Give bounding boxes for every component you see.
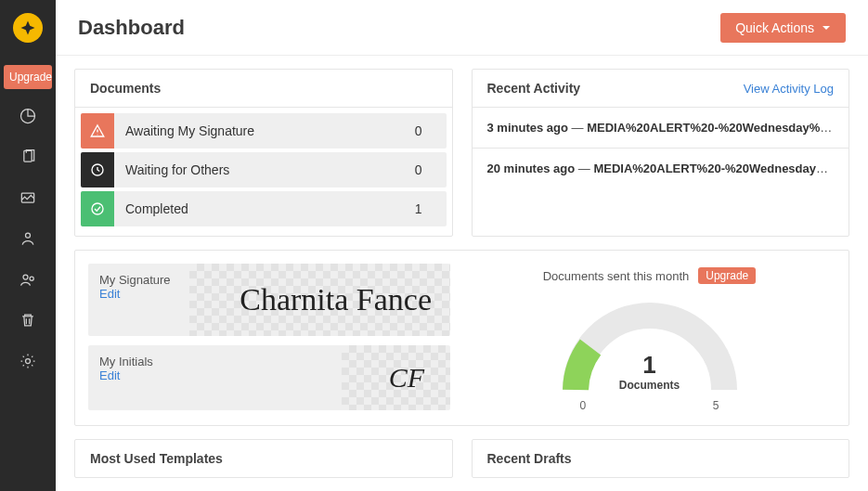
activity-time: 3 minutes ago: [487, 121, 568, 135]
templates-panel: Most Used Templates: [74, 439, 453, 478]
activity-item[interactable]: 3 minutes ago — MEDIA%20ALERT%20-%20Wedn…: [473, 108, 849, 149]
logo[interactable]: [0, 0, 56, 56]
doc-item-waiting[interactable]: Waiting for Others 0: [81, 152, 447, 187]
initials-text: CF: [389, 362, 424, 394]
svg-point-2: [26, 233, 31, 238]
documents-icon[interactable]: [18, 147, 38, 167]
gauge-chart: 1 Documents: [557, 297, 743, 399]
clock-icon: [81, 152, 114, 187]
quick-actions-label: Quick Actions: [735, 20, 814, 35]
image-icon[interactable]: [18, 187, 38, 208]
templates-panel-title: Most Used Templates: [75, 440, 452, 477]
compass-icon: [13, 13, 43, 43]
documents-panel: Documents Awaiting My Signature 0: [74, 69, 453, 237]
activity-item[interactable]: 20 minutes ago — MEDIA%20ALERT%20-%20Wed…: [473, 149, 849, 188]
drafts-panel: Recent Drafts: [472, 439, 850, 478]
alert-triangle-icon: [81, 113, 114, 149]
my-signature-box: My Signature Edit Charnita Fance: [88, 264, 450, 336]
svg-point-7: [92, 203, 103, 214]
sidebar-upgrade-button[interactable]: Upgrade: [4, 65, 52, 89]
quick-actions-button[interactable]: Quick Actions: [720, 13, 846, 43]
view-activity-log-link[interactable]: View Activity Log: [744, 82, 834, 96]
chevron-down-icon: [822, 23, 831, 32]
doc-item-count: 0: [415, 123, 447, 138]
signature-panel: My Signature Edit Charnita Fance My Init…: [74, 250, 849, 426]
gauge-max: 5: [713, 399, 719, 412]
gauge-value: 1: [642, 351, 655, 380]
gauge-title: Documents sent this month: [543, 269, 690, 283]
doc-item-label: Waiting for Others: [114, 162, 229, 177]
doc-item-count: 0: [415, 162, 447, 177]
recent-activity-title: Recent Activity: [487, 81, 581, 96]
check-circle-icon: [81, 191, 114, 226]
activity-sep: —: [575, 162, 593, 175]
svg-rect-0: [24, 150, 32, 162]
my-initials-box: My Initials Edit CF: [88, 345, 450, 410]
activity-time: 20 minutes ago: [487, 162, 576, 175]
recent-activity-panel: Recent Activity View Activity Log 3 minu…: [472, 69, 850, 237]
doc-item-count: 1: [415, 201, 447, 216]
sidebar: Upgrade: [0, 0, 56, 491]
doc-item-label: Awaiting My Signature: [114, 123, 254, 138]
activity-sep: —: [568, 121, 587, 135]
documents-panel-title: Documents: [75, 70, 452, 108]
page-title: Dashboard: [78, 16, 185, 40]
doc-item-completed[interactable]: Completed 1: [81, 191, 447, 226]
gear-icon[interactable]: [18, 351, 38, 371]
doc-item-label: Completed: [114, 201, 188, 216]
trash-icon[interactable]: [18, 310, 38, 330]
header: Dashboard Quick Actions: [56, 0, 868, 56]
gauge-min: 0: [580, 399, 587, 412]
gauge-value-label: Documents: [619, 379, 680, 392]
svg-point-3: [23, 275, 28, 279]
activity-file: MEDIA%20ALERT%20-%20Wednesday%20June...: [593, 162, 849, 175]
team-icon[interactable]: [18, 269, 38, 290]
person-icon[interactable]: [18, 228, 38, 249]
svg-point-4: [30, 277, 33, 280]
signature-text: Charnita Fance: [240, 282, 432, 317]
pie-chart-icon[interactable]: [18, 106, 38, 126]
doc-item-awaiting[interactable]: Awaiting My Signature 0: [81, 113, 447, 149]
gauge-upgrade-badge[interactable]: Upgrade: [698, 267, 756, 284]
activity-file: MEDIA%20ALERT%20-%20Wednesday%20June...: [587, 121, 849, 135]
drafts-panel-title: Recent Drafts: [473, 440, 849, 477]
svg-point-5: [26, 359, 31, 364]
